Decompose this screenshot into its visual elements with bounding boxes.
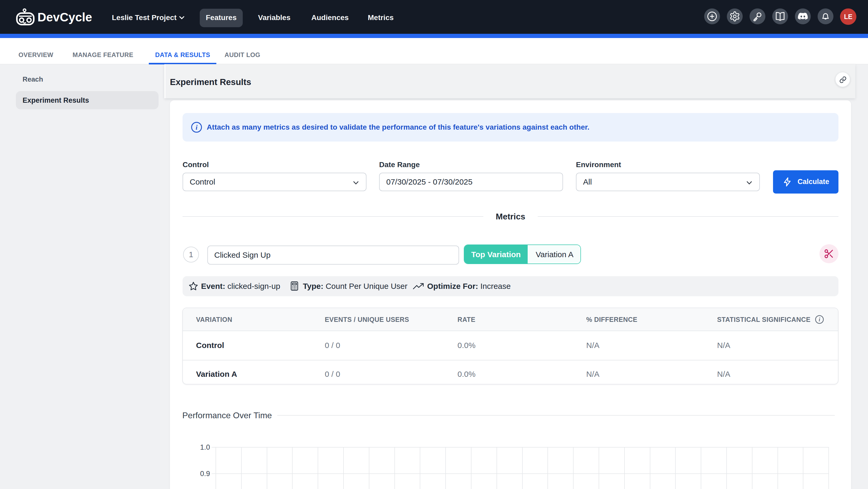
svg-text:i: i: [819, 317, 820, 322]
svg-text:i: i: [195, 123, 197, 131]
